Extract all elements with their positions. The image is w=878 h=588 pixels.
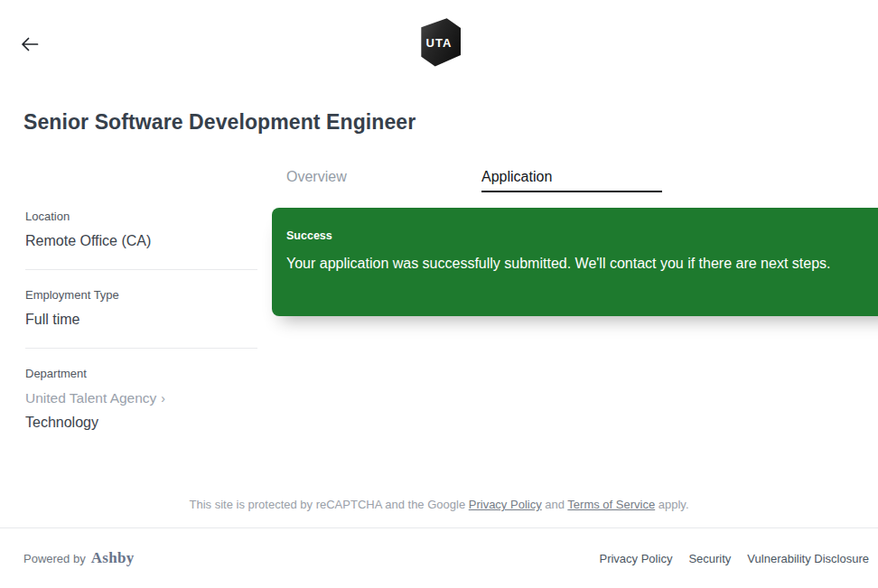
tab-bar: Overview Application (286, 163, 662, 192)
footer-bar: Powered by Ashby Privacy Policy Security… (0, 527, 878, 588)
location-label: Location (25, 210, 257, 224)
department-parent-link[interactable]: United Talent Agency› (25, 388, 165, 408)
department-label: Department (25, 367, 257, 381)
location-value: Remote Office (CA) (25, 231, 257, 251)
uta-logo-text: UTA (426, 36, 453, 50)
location-section: Location Remote Office (CA) (25, 210, 257, 270)
back-button[interactable] (18, 34, 42, 56)
employment-type-value: Full time (25, 310, 257, 330)
google-privacy-policy-link[interactable]: Privacy Policy (469, 498, 542, 511)
success-banner: Success Your application was successfull… (272, 208, 878, 316)
footer-link-privacy-policy[interactable]: Privacy Policy (599, 552, 672, 565)
tab-overview[interactable]: Overview (286, 163, 467, 192)
powered-by: Powered by Ashby (23, 549, 134, 567)
tab-application[interactable]: Application (481, 163, 662, 192)
employment-type-section: Employment Type Full time (25, 270, 257, 349)
department-value: Technology (25, 413, 257, 433)
footer-link-vulnerability-disclosure[interactable]: Vulnerability Disclosure (747, 552, 869, 565)
page-title: Senior Software Development Engineer (23, 110, 416, 135)
success-banner-title: Success (286, 229, 878, 242)
ashby-brand-link[interactable]: Ashby (91, 549, 135, 567)
job-details-sidebar: Location Remote Office (CA) Employment T… (25, 210, 257, 451)
success-banner-message: Your application was successfully submit… (286, 253, 846, 275)
google-terms-of-service-link[interactable]: Terms of Service (567, 498, 655, 511)
recaptcha-notice: This site is protected by reCAPTCHA and … (0, 498, 878, 511)
footer-link-security[interactable]: Security (688, 552, 731, 565)
department-section: Department United Talent Agency› Technol… (25, 349, 257, 451)
back-arrow-icon (21, 37, 39, 54)
chevron-right-icon: › (161, 391, 165, 406)
uta-logo: UTA (417, 16, 461, 67)
powered-by-label: Powered by (23, 552, 86, 565)
employment-type-label: Employment Type (25, 288, 257, 303)
footer-links: Privacy Policy Security Vulnerability Di… (599, 552, 869, 565)
